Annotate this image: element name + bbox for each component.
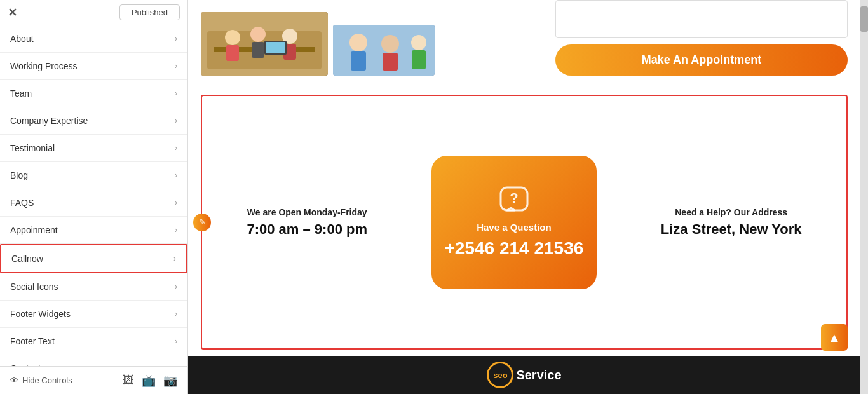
footer-dark: seo Service xyxy=(188,356,860,394)
hide-controls-label: Hide Controls xyxy=(22,376,72,385)
sidebar-item-label: Footer Widgets xyxy=(10,309,71,319)
sidebar-item-company-expertise[interactable]: Company Expertise › xyxy=(0,107,187,135)
sidebar-item-footer-widgets[interactable]: Footer Widgets › xyxy=(0,301,187,328)
main-content: Make An Appointment ✎ We are Open Monday… xyxy=(188,0,860,394)
svg-point-12 xyxy=(349,34,367,51)
open-time: 7:00 am – 9:00 pm xyxy=(247,221,367,238)
sidebar-item-label: Working Process xyxy=(10,61,78,71)
sidebar-header: ✕ Published xyxy=(0,0,187,25)
address-value: Liza Street, New York xyxy=(661,221,802,238)
seo-logo: seo Service xyxy=(487,362,561,388)
svg-point-16 xyxy=(411,35,426,50)
seo-label: seo xyxy=(493,370,507,380)
chevron-icon: › xyxy=(175,89,177,98)
team-image-2 xyxy=(333,25,435,76)
chevron-icon: › xyxy=(175,144,177,153)
address-section: Need a Help? Our Address Liza Street, Ne… xyxy=(661,207,802,238)
sidebar-item-about[interactable]: About › xyxy=(0,25,187,53)
sidebar-item-contact[interactable]: Contact › xyxy=(0,355,187,366)
address-label: Need a Help? Our Address xyxy=(661,207,802,217)
chevron-icon: › xyxy=(175,116,177,125)
svg-rect-6 xyxy=(252,42,264,58)
chevron-icon: › xyxy=(175,34,177,43)
page-scrollbar[interactable] xyxy=(860,0,868,394)
sidebar-item-label: Footer Text xyxy=(10,336,55,346)
chevron-icon: › xyxy=(175,62,177,71)
sidebar-item-testimonial[interactable]: Testimonial › xyxy=(0,135,187,162)
scroll-up-button[interactable]: ▲ xyxy=(821,324,848,351)
message-textarea[interactable] xyxy=(555,0,848,38)
sidebar-item-footer-text[interactable]: Footer Text › xyxy=(0,328,187,355)
svg-marker-19 xyxy=(507,208,515,210)
sidebar-item-label: FAQS xyxy=(10,198,34,208)
service-text-span: Service xyxy=(516,368,561,382)
sidebar-item-label: Team xyxy=(10,88,32,98)
close-button[interactable]: ✕ xyxy=(8,6,17,20)
callnow-section: ✎ We are Open Monday-Friday 7:00 am – 9:… xyxy=(201,95,848,350)
svg-rect-10 xyxy=(266,42,285,53)
sidebar-item-callnow[interactable]: Callnow › xyxy=(0,244,187,273)
have-question-card: ? Have a Question +2546 214 21536 xyxy=(431,156,597,289)
sidebar-bottom: 👁 Hide Controls 🖼 📺 📷 xyxy=(0,366,187,394)
sidebar-nav: About › Working Process › Team › Company… xyxy=(0,25,187,366)
form-area: Make An Appointment xyxy=(447,0,848,76)
sidebar-item-social-icons[interactable]: Social Icons › xyxy=(0,273,187,301)
team-image-2-svg xyxy=(333,25,435,76)
sidebar-item-blog[interactable]: Blog › xyxy=(0,162,187,189)
sidebar-item-working-process[interactable]: Working Process › xyxy=(0,53,187,80)
team-image-1 xyxy=(201,12,328,76)
chevron-icon: › xyxy=(175,226,177,234)
sidebar-item-faqs[interactable]: FAQS › xyxy=(0,189,187,217)
svg-rect-13 xyxy=(351,51,366,71)
open-hours: We are Open Monday-Friday 7:00 am – 9:00… xyxy=(247,207,367,238)
tablet-icon[interactable]: 📺 xyxy=(142,374,156,388)
phone-number: +2546 214 21536 xyxy=(445,238,584,259)
chevron-icon: › xyxy=(175,282,177,291)
sidebar-item-label: Company Expertise xyxy=(10,116,88,126)
edit-pencil-icon[interactable]: ✎ xyxy=(193,214,211,231)
published-button[interactable]: Published xyxy=(119,4,180,20)
have-question-title: Have a Question xyxy=(477,222,552,233)
service-label: Service xyxy=(516,368,561,383)
scrollbar-thumb[interactable] xyxy=(860,6,868,32)
svg-rect-15 xyxy=(383,53,398,71)
make-appointment-button[interactable]: Make An Appointment xyxy=(555,44,848,76)
desktop-icon[interactable]: 🖼 xyxy=(123,374,134,388)
sidebar-item-appoinment[interactable]: Appoinment › xyxy=(0,217,187,244)
sidebar-item-team[interactable]: Team › xyxy=(0,80,187,107)
svg-point-14 xyxy=(381,35,399,53)
bottom-icons: 🖼 📺 📷 xyxy=(123,374,177,388)
chevron-icon: › xyxy=(175,171,177,180)
chevron-icon: › xyxy=(175,198,177,207)
sidebar-item-label: Callnow xyxy=(11,254,43,264)
sidebar-item-label: About xyxy=(10,34,34,44)
sidebar: ✕ Published About › Working Process › Te… xyxy=(0,0,188,394)
question-icon: ? xyxy=(498,185,530,217)
mobile-icon[interactable]: 📷 xyxy=(163,374,177,388)
hide-controls-button[interactable]: 👁 Hide Controls xyxy=(10,376,72,385)
eye-icon: 👁 xyxy=(10,376,18,385)
sidebar-item-label: Social Icons xyxy=(10,282,58,292)
chevron-icon: › xyxy=(175,309,177,318)
seo-circle-icon: seo xyxy=(487,362,513,388)
svg-rect-4 xyxy=(226,45,239,61)
sidebar-item-label: Testimonial xyxy=(10,143,55,153)
svg-text:?: ? xyxy=(510,190,518,206)
team-image-svg xyxy=(201,12,328,76)
chevron-icon: › xyxy=(173,254,176,263)
open-label: We are Open Monday-Friday xyxy=(247,207,367,217)
chevron-icon: › xyxy=(175,337,177,346)
svg-point-3 xyxy=(225,30,240,45)
images-section xyxy=(201,12,435,76)
sidebar-item-label: Appoinment xyxy=(10,225,58,235)
sidebar-item-label: Blog xyxy=(10,170,28,180)
top-area: Make An Appointment xyxy=(188,0,860,88)
svg-point-5 xyxy=(250,27,266,42)
svg-rect-17 xyxy=(412,50,426,69)
